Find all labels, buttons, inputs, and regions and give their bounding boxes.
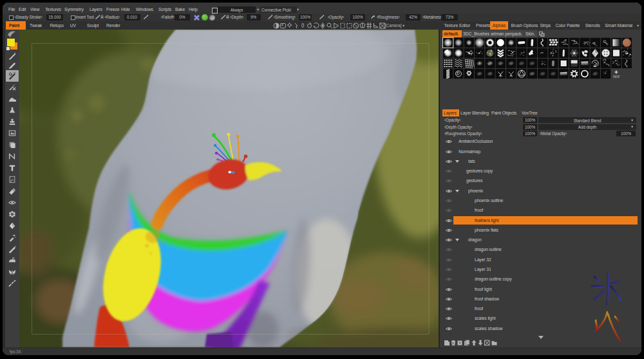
svg-text:NEW: NEW xyxy=(613,75,620,78)
